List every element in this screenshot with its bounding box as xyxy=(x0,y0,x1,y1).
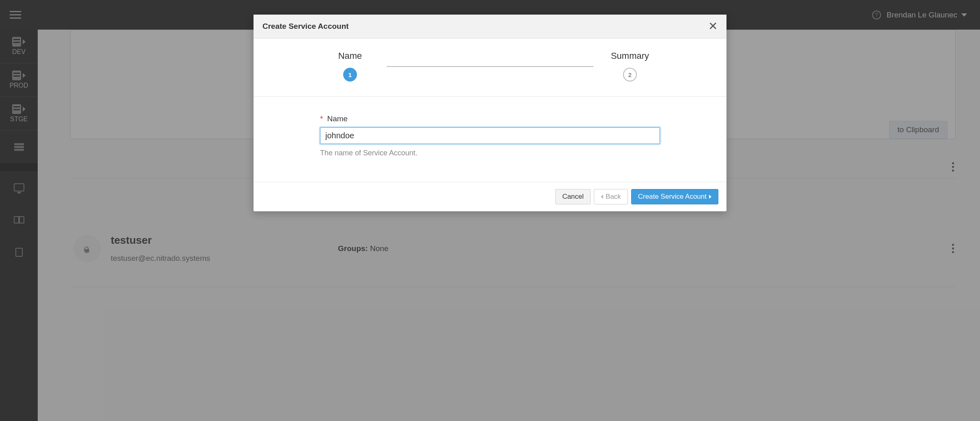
step-name: Name 1 xyxy=(314,51,387,82)
cancel-button[interactable]: Cancel xyxy=(555,189,591,204)
create-service-account-modal: Create Service Account ✕ Name 1 Summary … xyxy=(254,15,726,211)
step-circle-active: 1 xyxy=(343,68,357,82)
chevron-left-icon xyxy=(601,195,603,199)
modal-body: *Name The name of Service Account. xyxy=(254,97,726,182)
chevron-right-icon xyxy=(709,195,711,199)
modal-header: Create Service Account ✕ xyxy=(254,15,726,39)
step-label: Summary xyxy=(611,51,649,61)
modal-footer: Cancel Back Create Service Acount xyxy=(254,182,726,211)
close-icon[interactable]: ✕ xyxy=(708,21,718,32)
step-circle-inactive: 2 xyxy=(623,68,637,82)
step-label: Name xyxy=(338,51,362,61)
step-summary: Summary 2 xyxy=(593,51,666,82)
wizard-stepper: Name 1 Summary 2 xyxy=(254,39,726,97)
modal-title: Create Service Account xyxy=(262,22,349,31)
name-input[interactable] xyxy=(320,127,660,144)
back-button[interactable]: Back xyxy=(594,189,628,204)
name-field-label: *Name xyxy=(320,114,660,123)
create-service-account-button[interactable]: Create Service Acount xyxy=(631,189,718,204)
name-field-help: The name of Service Account. xyxy=(320,149,660,157)
step-connector xyxy=(387,66,593,67)
